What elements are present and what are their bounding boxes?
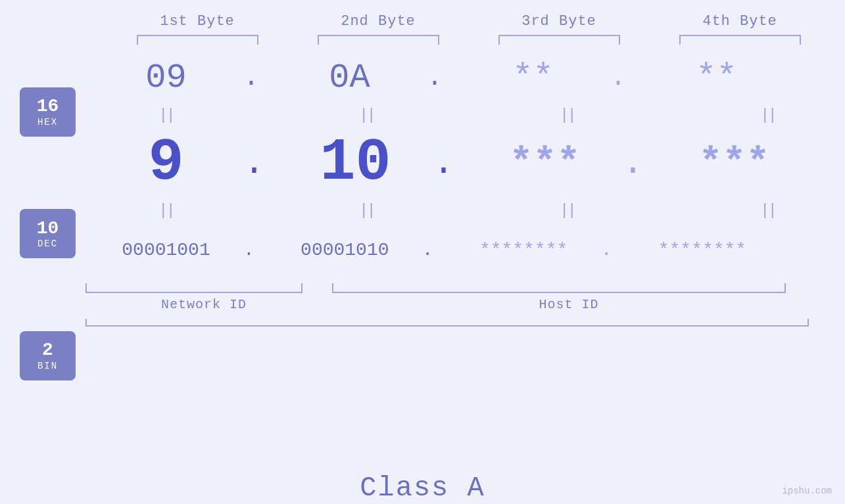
sep2-b1: ||	[76, 203, 256, 219]
sep-2: || || || ||	[76, 199, 845, 222]
dot-hex-1: .	[243, 63, 259, 93]
dec-byte2-cell: 10	[265, 129, 446, 196]
hex-row: 09 . 0A . ** . **	[76, 51, 845, 104]
watermark: ipshu.com	[782, 486, 832, 496]
bracket-byte1	[107, 35, 288, 45]
byte-headers: 1st Byte 2nd Byte 3rd Byte 4th Byte	[0, 0, 845, 30]
byte4-header: 4th Byte	[650, 13, 831, 30]
sep2-b4: ||	[677, 203, 845, 219]
dec-byte4-value: ***	[699, 141, 770, 185]
hex-byte1-cell: 09	[76, 58, 256, 97]
bracket-byte4	[650, 35, 831, 45]
bin-byte2-value: 00001010	[301, 240, 389, 260]
dot-dec-3: .	[622, 143, 644, 184]
dot-dec-2: .	[433, 143, 454, 184]
dot-hex-2: .	[427, 63, 443, 93]
bin-byte1-value: 00001001	[122, 240, 210, 260]
sep1-b1: ||	[76, 108, 256, 124]
host-id-label: Host ID	[332, 297, 806, 312]
dec-row: 9 . 10 . *** . ***	[76, 127, 845, 199]
bin-byte3-cell: ********	[433, 240, 614, 260]
class-label: Class A	[0, 472, 845, 504]
dec-byte1-cell: 9	[76, 129, 256, 196]
network-id-label: Network ID	[76, 297, 332, 312]
dot-bin-2: .	[422, 240, 433, 260]
bracket-byte2	[288, 35, 469, 45]
bottom-bracket-lines	[76, 283, 806, 293]
dec-byte4-cell: ***	[644, 141, 825, 185]
dec-byte1-value: 9	[148, 129, 183, 196]
sep-1: || || || ||	[76, 104, 845, 127]
sep2-b3: ||	[477, 203, 658, 219]
byte3-header: 3rd Byte	[469, 13, 650, 30]
byte1-header: 1st Byte	[107, 13, 288, 30]
main-grid: 16 HEX 10 DEC 2 BIN 09 . 0A	[0, 51, 845, 469]
byte2-header: 2nd Byte	[288, 13, 469, 30]
bin-byte3-value: ********	[479, 240, 567, 260]
hex-byte4-value: **	[696, 58, 736, 97]
main-container: 1st Byte 2nd Byte 3rd Byte 4th Byte 16 H…	[0, 0, 845, 504]
hex-badge: 16 HEX	[20, 87, 76, 137]
network-id-bracket	[76, 283, 312, 293]
bin-badge: 2 BIN	[20, 331, 76, 380]
dec-byte2-value: 10	[320, 129, 391, 196]
sep1-b4: ||	[677, 108, 845, 124]
dot-hex-3: .	[610, 63, 626, 93]
dec-byte3-cell: ***	[454, 141, 635, 185]
left-labels: 16 HEX 10 DEC 2 BIN	[20, 51, 76, 469]
dot-dec-1: .	[243, 143, 265, 184]
top-brackets	[0, 35, 845, 45]
bin-byte4-value: ********	[658, 240, 746, 260]
host-id-bracket	[332, 283, 806, 293]
dec-byte3-value: ***	[510, 141, 581, 185]
bin-row: 00001001 . 00001010 . ******** . *******…	[76, 222, 845, 278]
id-labels: Network ID Host ID	[76, 297, 806, 312]
dot-bin-1: .	[243, 240, 254, 260]
overall-bracket	[76, 319, 845, 327]
bin-byte4-cell: ********	[612, 240, 792, 260]
bottom-section: Network ID Host ID	[76, 283, 845, 312]
hex-byte3-cell: **	[443, 58, 623, 97]
right-content: 09 . 0A . ** . ** || ||	[76, 51, 845, 469]
sep1-b2: ||	[276, 108, 457, 124]
hex-byte2-value: 0A	[329, 58, 370, 97]
hex-byte4-cell: **	[626, 58, 807, 97]
sep1-b3: ||	[477, 108, 658, 124]
bin-byte2-cell: 00001010	[254, 240, 435, 260]
hex-byte1-value: 09	[145, 58, 186, 97]
hex-byte3-value: **	[512, 58, 553, 97]
bin-byte1-cell: 00001001	[76, 240, 256, 260]
dec-badge: 10 DEC	[20, 209, 76, 258]
dot-bin-3: .	[601, 240, 612, 260]
sep2-b2: ||	[276, 203, 457, 219]
bracket-byte3	[469, 35, 650, 45]
hex-byte2-cell: 0A	[259, 58, 440, 97]
